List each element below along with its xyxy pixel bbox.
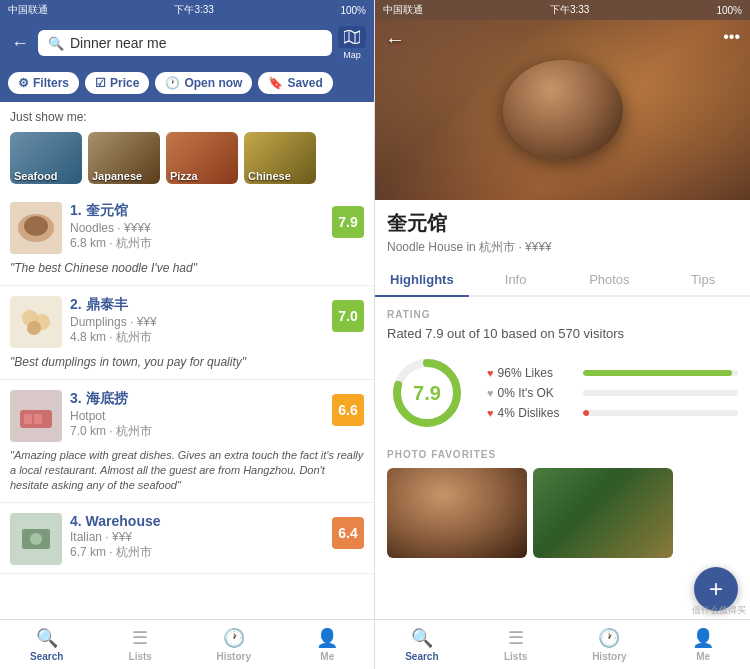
more-button[interactable]: ••• [723, 28, 740, 46]
status-bar-left: 中国联通 下午3:33 100% [0, 0, 374, 20]
result-score-4: 6.4 [332, 517, 364, 549]
photo-bg-2 [533, 468, 673, 558]
svg-point-5 [24, 216, 48, 236]
result-item-3[interactable]: 3. 海底捞 Hotpot 7.0 km · 杭州市 6.6 "Amazing … [0, 380, 374, 503]
filter-saved[interactable]: 🔖 Saved [258, 72, 332, 94]
tab-info[interactable]: Info [469, 264, 563, 295]
category-row: Seafood Japanese Pizza Chinese [0, 128, 374, 192]
category-seafood[interactable]: Seafood [10, 132, 82, 184]
battery-right: 100% [716, 5, 742, 16]
map-button[interactable]: Map [338, 26, 366, 60]
result-info-3: 3. 海底捞 Hotpot 7.0 km · 杭州市 [70, 390, 324, 440]
rating-bars: ♥ 96% Likes ♥ 0% It's OK [487, 366, 738, 420]
left-panel: 中国联通 下午3:33 100% ← 🔍 Dinner near me Map … [0, 0, 375, 669]
heart-ok-icon: ♥ [487, 387, 494, 399]
category-chinese[interactable]: Chinese [244, 132, 316, 184]
photo-thumb-2[interactable] [533, 468, 673, 558]
nav-me-left[interactable]: 👤 Me [281, 620, 375, 669]
carrier-left: 中国联通 [8, 3, 48, 17]
detail-back-button[interactable]: ← [385, 28, 405, 51]
category-japanese[interactable]: Japanese [88, 132, 160, 184]
result-name-1: 1. 奎元馆 [70, 202, 324, 220]
result-type-4: Italian · ¥¥¥ [70, 530, 324, 544]
carrier-right: 中国联通 [383, 3, 423, 17]
svg-rect-12 [24, 414, 32, 424]
nav-me-right[interactable]: 👤 Me [656, 620, 750, 669]
map-icon-box [338, 26, 366, 48]
restaurant-header-image: ← ••• [375, 20, 750, 200]
bar-likes: ♥ 96% Likes [487, 366, 738, 380]
result-info-1: 1. 奎元馆 Noodles · ¥¥¥¥ 6.8 km · 杭州市 [70, 202, 324, 252]
bar-dislikes-label: ♥ 4% Dislikes [487, 406, 577, 420]
result-item-2[interactable]: 2. 鼎泰丰 Dumplings · ¥¥¥ 4.8 km · 杭州市 7.0 … [0, 286, 374, 380]
result-item-1[interactable]: 1. 奎元馆 Noodles · ¥¥¥¥ 6.8 km · 杭州市 7.9 "… [0, 192, 374, 286]
restaurant-info: 奎元馆 Noodle House in 杭州市 · ¥¥¥¥ [375, 200, 750, 256]
result-thumb-3 [10, 390, 62, 442]
result-thumb-2 [10, 296, 62, 348]
heart-dislikes-icon: ♥ [487, 407, 494, 419]
tab-highlights[interactable]: Highlights [375, 264, 469, 297]
bar-likes-fill [583, 370, 732, 376]
filter-price[interactable]: ☑ Price [85, 72, 149, 94]
back-button[interactable]: ← [8, 33, 32, 54]
svg-marker-0 [344, 30, 360, 44]
heart-likes-icon: ♥ [487, 367, 494, 379]
svg-point-16 [30, 533, 42, 545]
saved-label: Saved [287, 76, 322, 90]
result-quote-1: "The best Chinese noodle I've had" [10, 260, 364, 277]
result-item-4[interactable]: 4. Warehouse Italian · ¥¥¥ 6.7 km · 杭州市 … [0, 503, 374, 574]
nav-search-left[interactable]: 🔍 Search [0, 620, 94, 669]
filter-open-now[interactable]: 🕐 Open now [155, 72, 252, 94]
result-dist-3: 7.0 km · 杭州市 [70, 423, 324, 440]
results-list: 1. 奎元馆 Noodles · ¥¥¥¥ 6.8 km · 杭州市 7.9 "… [0, 192, 374, 619]
result-thumb-4 [10, 513, 62, 565]
nav-me-icon-right: 👤 [692, 627, 714, 649]
nav-lists-left[interactable]: ☰ Lists [94, 620, 188, 669]
price-label: Price [110, 76, 139, 90]
result-info-4: 4. Warehouse Italian · ¥¥¥ 6.7 km · 杭州市 [70, 513, 324, 561]
nav-history-label-right: History [592, 651, 626, 662]
nav-search-label-right: Search [405, 651, 438, 662]
result-name-4: 4. Warehouse [70, 513, 324, 529]
category-pizza[interactable]: Pizza [166, 132, 238, 184]
result-dist-2: 4.8 km · 杭州市 [70, 329, 324, 346]
battery-left: 100% [340, 5, 366, 16]
bar-ok-label: ♥ 0% It's OK [487, 386, 577, 400]
restaurant-name: 奎元馆 [387, 210, 738, 237]
result-type-2: Dumplings · ¥¥¥ [70, 315, 324, 329]
time-left: 下午3:33 [174, 3, 213, 17]
nav-history-right[interactable]: 🕐 History [563, 620, 657, 669]
nav-lists-right[interactable]: ☰ Lists [469, 620, 563, 669]
tab-tips[interactable]: Tips [656, 264, 750, 295]
result-quote-3: "Amazing place with great dishes. Gives … [10, 448, 364, 494]
nav-search-right[interactable]: 🔍 Search [375, 620, 469, 669]
filter-label: Filters [33, 76, 69, 90]
search-icon: 🔍 [48, 36, 64, 51]
search-input-wrap[interactable]: 🔍 Dinner near me [38, 30, 332, 56]
search-query: Dinner near me [70, 35, 322, 51]
filter-filters[interactable]: ⚙ Filters [8, 72, 79, 94]
nav-search-icon-right: 🔍 [411, 627, 433, 649]
nav-lists-label-right: Lists [504, 651, 527, 662]
tab-photos[interactable]: Photos [563, 264, 657, 295]
result-score-3: 6.6 [332, 394, 364, 426]
nav-lists-icon: ☰ [132, 627, 148, 649]
bar-likes-track [583, 370, 738, 376]
saved-icon: 🔖 [268, 76, 283, 90]
photo-thumb-1[interactable] [387, 468, 527, 558]
donut-chart: 7.9 [387, 353, 467, 433]
category-japanese-label: Japanese [88, 168, 160, 184]
result-thumb-1 [10, 202, 62, 254]
photo-bg-1 [387, 468, 527, 558]
rating-summary: Rated 7.9 out of 10 based on 570 visitor… [387, 326, 738, 341]
bottom-nav-right: 🔍 Search ☰ Lists 🕐 History 👤 Me 值什么值得买 [375, 619, 750, 669]
bar-ok: ♥ 0% It's OK [487, 386, 738, 400]
bar-dislikes-fill [583, 410, 589, 416]
nav-history-left[interactable]: 🕐 History [187, 620, 281, 669]
rating-section-label: RATING [387, 309, 738, 320]
detail-content: RATING Rated 7.9 out of 10 based on 570 … [375, 297, 750, 619]
bowl-image [503, 60, 623, 160]
status-bar-right: 中国联通 下午3:33 100% [375, 0, 750, 20]
category-pizza-label: Pizza [166, 168, 238, 184]
tabs-row: Highlights Info Photos Tips [375, 264, 750, 297]
